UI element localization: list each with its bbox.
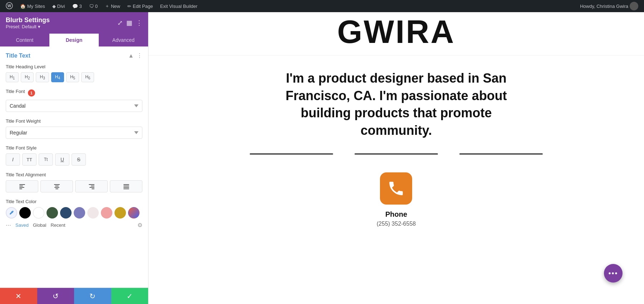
capitalize-button[interactable]: Tt — [39, 153, 53, 166]
intro-text: I'm a product designer based in San Fran… — [264, 70, 529, 139]
h1-button[interactable]: H1 — [6, 72, 19, 82]
howdy-item[interactable]: Howdy, Christina Gwira — [577, 0, 641, 12]
gwira-header: GWIRA — [148, 12, 644, 55]
align-right-button[interactable] — [75, 180, 108, 192]
title-font-badge: 1 — [28, 89, 35, 97]
svg-rect-17 — [123, 188, 129, 189]
title-font-style-label: Title Font Style — [6, 145, 142, 151]
sidebar-preset[interactable]: Preset: Default ▾ — [6, 24, 50, 29]
divider-1 — [250, 153, 333, 155]
align-left-button[interactable] — [6, 180, 38, 192]
italic-button[interactable]: I — [6, 153, 20, 166]
svg-rect-10 — [89, 184, 94, 185]
comment-icon: 💬 — [72, 4, 78, 9]
svg-rect-3 — [19, 186, 23, 186]
more-icon[interactable]: ⋮ — [136, 19, 142, 27]
light-pink-swatch[interactable] — [87, 207, 99, 219]
white-swatch[interactable] — [33, 207, 44, 219]
tab-design[interactable]: Design — [49, 34, 99, 46]
h3-button[interactable]: H3 — [36, 72, 49, 82]
pink-swatch[interactable] — [101, 207, 112, 219]
eyedropper-swatch[interactable] — [6, 207, 17, 219]
comments-item[interactable]: 💬 3 — [69, 2, 85, 10]
admin-bar-right: Howdy, Christina Gwira — [577, 0, 641, 12]
align-center-icon — [54, 183, 60, 190]
divider-2 — [355, 153, 438, 155]
title-font-select[interactable]: Candal — [6, 100, 142, 112]
plus-icon: ＋ — [105, 3, 109, 9]
h2-button[interactable]: H2 — [21, 72, 34, 82]
main-layout: Blurb Settings Preset: Default ▾ ⤢ ▦ ⋮ C… — [0, 12, 644, 304]
underline-button[interactable]: U — [55, 153, 69, 166]
exit-visual-builder-item[interactable]: Exit Visual Builder — [157, 2, 200, 10]
h4-button[interactable]: H4 — [51, 72, 64, 82]
divi-item[interactable]: ◆ Divi — [49, 2, 68, 10]
style-buttons: I TT Tt U S — [6, 153, 142, 166]
tab-content[interactable]: Content — [0, 34, 49, 46]
title-font-weight-select[interactable]: Regular — [6, 127, 142, 139]
purple-swatch[interactable] — [74, 207, 85, 219]
global-colors-label[interactable]: Global — [33, 222, 47, 228]
svg-rect-2 — [19, 184, 25, 185]
edit-page-item[interactable]: ✏ Edit Page — [125, 2, 156, 10]
my-sites-item[interactable]: 🏠 My Sites — [17, 2, 48, 10]
tab-advanced[interactable]: Advanced — [99, 34, 148, 46]
floating-action-button[interactable]: ••• — [604, 264, 623, 283]
bottom-toolbar: ✕ ↺ ↻ ✓ — [0, 288, 148, 304]
heading-buttons: H1 H2 H3 H4 H5 H6 — [6, 72, 142, 82]
sidebar-header: Blurb Settings Preset: Default ▾ ⤢ ▦ ⋮ — [0, 12, 148, 34]
redo-button[interactable]: ↻ — [74, 288, 111, 304]
svg-rect-15 — [123, 186, 129, 186]
title-font-group: Title Font 1 Candal — [6, 89, 142, 112]
recent-colors-label[interactable]: Recent — [50, 222, 65, 228]
section-more-icon[interactable]: ⋮ — [137, 52, 142, 59]
gradient-swatch[interactable] — [128, 207, 140, 219]
user-avatar — [630, 2, 638, 10]
color-settings-gear-icon[interactable]: ⚙ — [137, 222, 142, 229]
svg-rect-6 — [54, 184, 60, 185]
wp-icon: W — [6, 2, 13, 10]
cancel-button[interactable]: ✕ — [0, 288, 37, 304]
columns-icon[interactable]: ▦ — [126, 19, 132, 27]
strikethrough-button[interactable]: S — [72, 153, 86, 166]
dark-blue-swatch[interactable] — [60, 207, 72, 219]
main-content: GWIRA I'm a product designer based in Sa… — [148, 12, 644, 304]
title-font-weight-group: Title Font Weight Regular — [6, 118, 142, 139]
svg-rect-7 — [55, 186, 59, 186]
h5-button[interactable]: H5 — [66, 72, 79, 82]
svg-text:W: W — [8, 4, 11, 8]
sidebar-title-group: Blurb Settings Preset: Default ▾ — [6, 16, 50, 29]
title-font-style-group: Title Font Style I TT Tt U S — [6, 145, 142, 166]
align-justify-button[interactable] — [110, 180, 142, 192]
h6-button[interactable]: H6 — [81, 72, 94, 82]
title-text-alignment-label: Title Text Alignment — [6, 172, 142, 177]
expand-icon[interactable]: ⤢ — [117, 19, 123, 27]
blurb-title: Phone — [385, 210, 407, 219]
new-item[interactable]: ＋ New — [102, 1, 123, 11]
svg-rect-13 — [92, 188, 94, 189]
title-font-label: Title Font — [6, 89, 25, 94]
black-swatch[interactable] — [19, 207, 31, 219]
align-right-icon — [88, 183, 95, 190]
color-row — [6, 207, 142, 219]
heading-level-label: Title Heading Level — [6, 64, 142, 69]
undo-button[interactable]: ↺ — [37, 288, 74, 304]
more-colors-button[interactable]: ··· — [6, 221, 11, 229]
title-text-color-group: Title Text Color ··· — [6, 199, 142, 229]
chevron-up-icon[interactable]: ▲ — [128, 53, 134, 59]
wp-icon-item[interactable]: W — [3, 1, 16, 12]
admin-bar: W 🏠 My Sites ◆ Divi 💬 3 🗨 0 ＋ New ✏ Edit… — [0, 0, 644, 12]
messages-item[interactable]: 🗨 0 — [86, 2, 101, 10]
gold-swatch[interactable] — [114, 207, 126, 219]
align-center-button[interactable] — [40, 180, 73, 192]
gwira-title: GWIRA — [148, 16, 644, 48]
dark-green-swatch[interactable] — [47, 207, 58, 219]
tt-button[interactable]: TT — [22, 153, 36, 166]
heading-level-group: Title Heading Level H1 H2 H3 H4 H5 H6 — [6, 64, 142, 82]
saved-colors-label[interactable]: Saved — [15, 222, 29, 228]
svg-rect-9 — [55, 188, 58, 189]
svg-rect-16 — [123, 187, 129, 188]
divi-icon: ◆ — [52, 4, 56, 9]
save-button[interactable]: ✓ — [111, 288, 148, 304]
blurb-section: Phone (255) 352-6558 — [370, 165, 423, 234]
